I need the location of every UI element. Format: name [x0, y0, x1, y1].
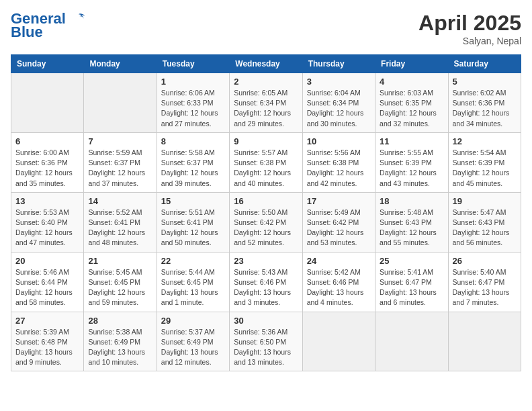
- day-header-sunday: Sunday: [11, 55, 84, 73]
- day-number: 10: [307, 136, 371, 146]
- day-number: 30: [234, 316, 298, 326]
- day-header-tuesday: Tuesday: [157, 55, 229, 73]
- calendar-cell: 6Sunrise: 6:00 AM Sunset: 6:36 PM Daylig…: [11, 132, 84, 192]
- title-block: April 2025 Salyan, Nepal: [418, 11, 521, 46]
- calendar-cell: 30Sunrise: 5:36 AM Sunset: 6:50 PM Dayli…: [230, 312, 302, 371]
- day-number: 14: [88, 196, 152, 206]
- day-header-monday: Monday: [84, 55, 157, 73]
- calendar-cell: 28Sunrise: 5:38 AM Sunset: 6:49 PM Dayli…: [84, 312, 157, 371]
- calendar-cell: 7Sunrise: 5:59 AM Sunset: 6:37 PM Daylig…: [84, 132, 157, 192]
- calendar-week-row: 20Sunrise: 5:46 AM Sunset: 6:44 PM Dayli…: [11, 252, 521, 312]
- calendar-cell: 18Sunrise: 5:48 AM Sunset: 6:43 PM Dayli…: [375, 192, 448, 252]
- day-info: Sunrise: 5:36 AM Sunset: 6:50 PM Dayligh…: [234, 327, 298, 368]
- day-info: Sunrise: 5:47 AM Sunset: 6:43 PM Dayligh…: [453, 208, 517, 248]
- day-info: Sunrise: 5:45 AM Sunset: 6:45 PM Dayligh…: [88, 267, 152, 308]
- calendar-cell: [448, 312, 521, 371]
- calendar-cell: 22Sunrise: 5:44 AM Sunset: 6:45 PM Dayli…: [157, 252, 229, 312]
- calendar-cell: [84, 73, 157, 133]
- calendar-cell: 15Sunrise: 5:51 AM Sunset: 6:41 PM Dayli…: [157, 192, 229, 252]
- calendar-week-row: 6Sunrise: 6:00 AM Sunset: 6:36 PM Daylig…: [11, 132, 521, 192]
- calendar-table: SundayMondayTuesdayWednesdayThursdayFrid…: [11, 54, 521, 371]
- day-info: Sunrise: 5:48 AM Sunset: 6:43 PM Dayligh…: [380, 208, 443, 248]
- day-number: 2: [234, 77, 298, 87]
- day-info: Sunrise: 6:03 AM Sunset: 6:35 PM Dayligh…: [380, 88, 443, 129]
- calendar-cell: 17Sunrise: 5:49 AM Sunset: 6:42 PM Dayli…: [302, 192, 375, 252]
- day-info: Sunrise: 5:57 AM Sunset: 6:38 PM Dayligh…: [234, 148, 298, 189]
- calendar-cell: [11, 73, 84, 133]
- day-info: Sunrise: 5:38 AM Sunset: 6:49 PM Dayligh…: [88, 327, 152, 368]
- day-number: 29: [161, 316, 225, 326]
- day-number: 7: [88, 136, 152, 146]
- logo: General Blue: [11, 11, 86, 40]
- day-number: 13: [15, 196, 79, 206]
- day-info: Sunrise: 5:44 AM Sunset: 6:45 PM Dayligh…: [161, 267, 225, 308]
- calendar-cell: 8Sunrise: 5:58 AM Sunset: 6:37 PM Daylig…: [157, 132, 229, 192]
- day-number: 24: [307, 256, 371, 266]
- day-number: 16: [234, 196, 298, 206]
- day-info: Sunrise: 5:56 AM Sunset: 6:38 PM Dayligh…: [307, 148, 371, 189]
- day-number: 27: [15, 316, 79, 326]
- day-number: 3: [307, 77, 371, 87]
- day-number: 4: [380, 77, 443, 87]
- day-header-saturday: Saturday: [448, 55, 521, 73]
- calendar-cell: 2Sunrise: 6:05 AM Sunset: 6:34 PM Daylig…: [230, 73, 302, 133]
- day-number: 28: [88, 316, 152, 326]
- calendar-cell: 1Sunrise: 6:06 AM Sunset: 6:33 PM Daylig…: [157, 73, 229, 133]
- day-info: Sunrise: 5:54 AM Sunset: 6:39 PM Dayligh…: [453, 148, 517, 189]
- day-info: Sunrise: 5:53 AM Sunset: 6:40 PM Dayligh…: [15, 208, 79, 248]
- calendar-cell: 9Sunrise: 5:57 AM Sunset: 6:38 PM Daylig…: [230, 132, 302, 192]
- calendar-cell: 14Sunrise: 5:52 AM Sunset: 6:41 PM Dayli…: [84, 192, 157, 252]
- month-title: April 2025: [418, 11, 521, 36]
- calendar-cell: 21Sunrise: 5:45 AM Sunset: 6:45 PM Dayli…: [84, 252, 157, 312]
- day-number: 17: [307, 196, 371, 206]
- day-info: Sunrise: 5:59 AM Sunset: 6:37 PM Dayligh…: [88, 148, 152, 189]
- day-info: Sunrise: 5:37 AM Sunset: 6:49 PM Dayligh…: [161, 327, 225, 368]
- logo-bird-icon: [71, 12, 86, 27]
- calendar-cell: 13Sunrise: 5:53 AM Sunset: 6:40 PM Dayli…: [11, 192, 84, 252]
- day-info: Sunrise: 5:49 AM Sunset: 6:42 PM Dayligh…: [307, 208, 371, 248]
- calendar-cell: 20Sunrise: 5:46 AM Sunset: 6:44 PM Dayli…: [11, 252, 84, 312]
- calendar-cell: 16Sunrise: 5:50 AM Sunset: 6:42 PM Dayli…: [230, 192, 302, 252]
- day-number: 5: [453, 77, 517, 87]
- day-number: 26: [453, 256, 517, 266]
- day-header-friday: Friday: [375, 55, 448, 73]
- day-number: 22: [161, 256, 225, 266]
- day-info: Sunrise: 5:52 AM Sunset: 6:41 PM Dayligh…: [88, 208, 152, 248]
- calendar-cell: 4Sunrise: 6:03 AM Sunset: 6:35 PM Daylig…: [375, 73, 448, 133]
- day-info: Sunrise: 5:58 AM Sunset: 6:37 PM Dayligh…: [161, 148, 225, 189]
- calendar-week-row: 1Sunrise: 6:06 AM Sunset: 6:33 PM Daylig…: [11, 73, 521, 133]
- calendar-cell: 24Sunrise: 5:42 AM Sunset: 6:46 PM Dayli…: [302, 252, 375, 312]
- day-info: Sunrise: 5:51 AM Sunset: 6:41 PM Dayligh…: [161, 208, 225, 248]
- day-info: Sunrise: 5:55 AM Sunset: 6:39 PM Dayligh…: [380, 148, 443, 189]
- day-header-thursday: Thursday: [302, 55, 375, 73]
- day-info: Sunrise: 6:05 AM Sunset: 6:34 PM Dayligh…: [234, 88, 298, 129]
- calendar-cell: 27Sunrise: 5:39 AM Sunset: 6:48 PM Dayli…: [11, 312, 84, 371]
- day-info: Sunrise: 6:02 AM Sunset: 6:36 PM Dayligh…: [453, 88, 517, 129]
- day-info: Sunrise: 6:00 AM Sunset: 6:36 PM Dayligh…: [15, 148, 79, 189]
- calendar-cell: 26Sunrise: 5:40 AM Sunset: 6:47 PM Dayli…: [448, 252, 521, 312]
- day-number: 18: [380, 196, 443, 206]
- calendar-cell: 19Sunrise: 5:47 AM Sunset: 6:43 PM Dayli…: [448, 192, 521, 252]
- day-info: Sunrise: 6:04 AM Sunset: 6:34 PM Dayligh…: [307, 88, 371, 129]
- location-subtitle: Salyan, Nepal: [418, 36, 521, 46]
- calendar-cell: 11Sunrise: 5:55 AM Sunset: 6:39 PM Dayli…: [375, 132, 448, 192]
- day-info: Sunrise: 5:43 AM Sunset: 6:46 PM Dayligh…: [234, 267, 298, 308]
- day-info: Sunrise: 5:46 AM Sunset: 6:44 PM Dayligh…: [15, 267, 79, 308]
- calendar-week-row: 27Sunrise: 5:39 AM Sunset: 6:48 PM Dayli…: [11, 312, 521, 371]
- day-info: Sunrise: 5:42 AM Sunset: 6:46 PM Dayligh…: [307, 267, 371, 308]
- calendar-cell: 3Sunrise: 6:04 AM Sunset: 6:34 PM Daylig…: [302, 73, 375, 133]
- page-header: General Blue April 2025 Salyan, Nepal: [11, 11, 521, 46]
- day-number: 21: [88, 256, 152, 266]
- day-number: 9: [234, 136, 298, 146]
- calendar-cell: 5Sunrise: 6:02 AM Sunset: 6:36 PM Daylig…: [448, 73, 521, 133]
- day-number: 6: [15, 136, 79, 146]
- calendar-cell: 23Sunrise: 5:43 AM Sunset: 6:46 PM Dayli…: [230, 252, 302, 312]
- calendar-cell: 12Sunrise: 5:54 AM Sunset: 6:39 PM Dayli…: [448, 132, 521, 192]
- calendar-header-row: SundayMondayTuesdayWednesdayThursdayFrid…: [11, 55, 521, 73]
- day-header-wednesday: Wednesday: [230, 55, 302, 73]
- day-info: Sunrise: 6:06 AM Sunset: 6:33 PM Dayligh…: [161, 88, 225, 129]
- day-info: Sunrise: 5:41 AM Sunset: 6:47 PM Dayligh…: [380, 267, 443, 308]
- day-info: Sunrise: 5:40 AM Sunset: 6:47 PM Dayligh…: [453, 267, 517, 308]
- day-info: Sunrise: 5:50 AM Sunset: 6:42 PM Dayligh…: [234, 208, 298, 248]
- calendar-cell: [302, 312, 375, 371]
